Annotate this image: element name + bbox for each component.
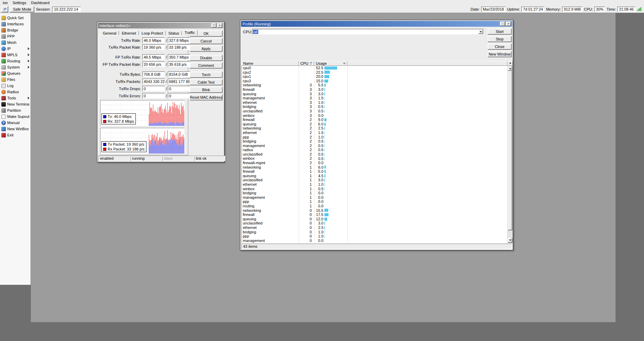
table-row[interactable]: cpu0 52.5 xyxy=(242,66,508,70)
maximize-icon[interactable]: □ xyxy=(211,23,216,28)
table-row[interactable]: firewall 3 3.0 xyxy=(242,87,508,92)
profile-window-titlebar[interactable]: Profile (Running) □ × xyxy=(241,21,512,27)
sidebar-item-exit[interactable]: Exit xyxy=(0,132,31,138)
tx-field[interactable]: 706.8 GiB xyxy=(142,71,165,77)
rx-field[interactable]: 0 xyxy=(168,93,190,99)
menu-item-dashboard[interactable]: Dashboard xyxy=(28,0,52,5)
stop-button[interactable]: Stop xyxy=(488,36,512,42)
sidebar-item-partition[interactable]: Partition xyxy=(0,107,31,113)
table-row[interactable]: firewall-mgmt 2 0.0 xyxy=(242,161,508,165)
table-row[interactable]: winbox 2 0.5 xyxy=(242,156,508,161)
cpu-filter-combobox[interactable]: all xyxy=(252,29,484,35)
cable-test-button[interactable]: Cable Test xyxy=(190,79,223,85)
sidebar-item-bridge[interactable]: Bridge xyxy=(0,27,31,33)
rx-field[interactable]: 35 618 p/s xyxy=(168,61,190,67)
sidebar-item-radius[interactable]: Radius xyxy=(0,89,31,95)
table-row[interactable]: networking 1 6.0 xyxy=(242,165,508,170)
cancel-button[interactable]: Cancel xyxy=(190,38,223,44)
table-row[interactable]: queuing 0 12.0 xyxy=(242,217,508,221)
table-row[interactable]: unclassified 3 0.5 xyxy=(242,109,508,113)
session-field[interactable]: 10.222.222.14 xyxy=(52,7,81,12)
vertical-scrollbar[interactable] xyxy=(508,66,513,243)
close-icon[interactable]: × xyxy=(217,23,222,28)
rx-field[interactable]: 33 188 p/s xyxy=(168,44,190,50)
table-row[interactable]: networking 2 2.5 xyxy=(242,126,508,131)
sidebar-item-new-terminal[interactable]: New Terminal xyxy=(0,101,31,107)
sidebar-item-queues[interactable]: Queues xyxy=(0,70,31,76)
rx-field[interactable]: 0 xyxy=(168,86,190,92)
tab-loop-protect[interactable]: Loop Protect xyxy=(139,31,166,36)
comment-button[interactable]: Comment xyxy=(190,62,223,69)
table-row[interactable]: winbox 3 0.0 xyxy=(242,113,508,118)
sidebar-item-log[interactable]: Log xyxy=(0,83,31,89)
column-header-name[interactable]: Name xyxy=(241,61,299,66)
table-row[interactable]: queuing 2 6.0 xyxy=(242,122,508,126)
sidebar-item-ppp[interactable]: PPP xyxy=(0,33,31,39)
column-chooser-button[interactable] xyxy=(508,61,513,66)
tab-ethernet[interactable]: Ethernet xyxy=(119,31,139,36)
table-row[interactable]: ethernet 2 1.5 xyxy=(242,131,508,135)
table-row[interactable]: management 0 0.0 xyxy=(242,239,508,243)
table-row[interactable]: unclassified 0 3.0 xyxy=(242,221,508,226)
tab-status[interactable]: Status xyxy=(166,31,182,36)
table-row[interactable]: bridging 2 0.5 xyxy=(242,139,508,144)
sidebar-item-make-supout-rif[interactable]: Make Supout.rif xyxy=(0,113,31,120)
chevron-down-icon[interactable] xyxy=(478,29,483,34)
sidebar-item-quick-set[interactable]: Quick Set xyxy=(0,15,31,21)
table-row[interactable]: ethernet 1 1.0 xyxy=(242,182,508,187)
menu-item-settings[interactable]: Settings xyxy=(10,0,29,5)
table-row[interactable]: cpu2 22.5 xyxy=(242,70,508,75)
table-row[interactable]: management 2 0.5 xyxy=(242,144,508,148)
table-row[interactable]: networking 3 5.5 xyxy=(242,83,508,87)
table-row[interactable]: unclassified 1 3.0 xyxy=(242,178,508,182)
scroll-down-icon[interactable] xyxy=(508,238,512,243)
column-header-usage[interactable]: Usage xyxy=(314,61,347,66)
sidebar-item-ip[interactable]: IP xyxy=(0,46,31,52)
table-row[interactable]: ppp 1 0.0 xyxy=(242,199,508,204)
table-row[interactable]: bridging 1 0.0 xyxy=(242,191,508,195)
sidebar-item-tools[interactable]: Tools xyxy=(0,95,31,101)
close-icon[interactable]: × xyxy=(506,22,511,26)
table-row[interactable]: firewall 2 9.0 xyxy=(242,118,508,122)
rx-field[interactable]: 6881 177 898 xyxy=(168,78,190,84)
scrollbar-thumb[interactable] xyxy=(508,71,512,230)
safe-mode-button[interactable]: Safe Mode xyxy=(10,6,34,12)
blink-button[interactable]: Blink xyxy=(190,87,223,93)
start-button[interactable]: Start xyxy=(488,28,512,35)
scroll-up-icon[interactable] xyxy=(508,66,512,71)
table-row[interactable]: unclassified 2 0.5 xyxy=(242,152,508,157)
table-row[interactable]: routing 1 0.0 xyxy=(242,204,508,208)
table-row[interactable]: cpu3 15.0 xyxy=(242,79,508,83)
menu-item-ion[interactable]: ion xyxy=(0,0,10,5)
table-row[interactable]: networking 0 15.5 xyxy=(242,208,508,213)
table-row[interactable]: bridging 3 0.5 xyxy=(242,105,508,109)
table-row[interactable]: ethernet 3 1.0 xyxy=(242,100,508,105)
table-row[interactable]: ppp 2 1.0 xyxy=(242,135,508,139)
disable-button[interactable]: Disable xyxy=(190,55,223,61)
table-row[interactable]: bridging 0 1.0 xyxy=(242,230,508,234)
new-window-button[interactable]: New Window xyxy=(488,51,512,57)
table-row[interactable]: winbox 1 0.5 xyxy=(242,187,508,191)
table-row[interactable]: firewall 0 17.5 xyxy=(242,212,508,217)
rx-field[interactable]: 350.7 Mbps xyxy=(168,54,190,60)
apply-button[interactable]: Apply xyxy=(190,46,223,52)
sidebar-item-interfaces[interactable]: Interfaces xyxy=(0,21,31,27)
table-row[interactable]: management 3 1.5 xyxy=(242,96,508,100)
undo-redo-button[interactable]: ⇄ xyxy=(1,6,8,12)
torch-button[interactable]: Torch xyxy=(190,72,223,78)
interface-window-titlebar[interactable]: Interface <ether1> □ × xyxy=(98,23,224,28)
sidebar-item-manual[interactable]: Manual xyxy=(0,120,31,126)
reset-mac-address-button[interactable]: Reset MAC Address xyxy=(190,94,223,100)
rx-field[interactable]: 8154.0 GiB xyxy=(168,71,190,77)
table-row[interactable]: queuing 3 3.0 xyxy=(242,92,508,96)
sidebar-item-mesh[interactable]: Mesh xyxy=(0,39,31,46)
table-row[interactable]: firewall 1 5.0 xyxy=(242,169,508,174)
table-row[interactable]: cpu1 20.0 xyxy=(242,74,508,79)
tx-field[interactable]: 46.0 Mbps xyxy=(142,37,165,43)
close-button[interactable]: Close xyxy=(488,44,512,50)
table-row[interactable]: radius 2 0.5 xyxy=(242,148,508,152)
rx-field[interactable]: 327.8 Mbps xyxy=(168,37,190,43)
column-header-cpu[interactable]: CPU xyxy=(299,61,314,66)
table-row[interactable]: ethernet 0 2.5 xyxy=(242,226,508,230)
tx-field[interactable]: 0 xyxy=(142,86,165,92)
